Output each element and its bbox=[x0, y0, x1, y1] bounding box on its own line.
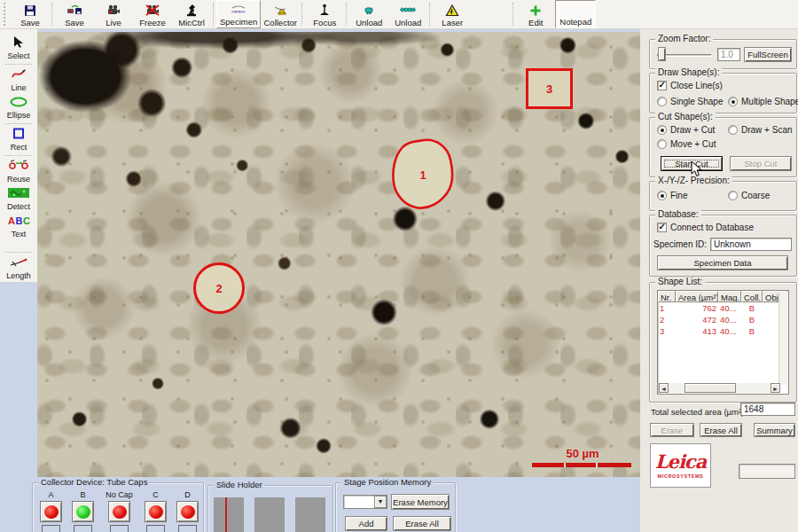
draw-scan-radio[interactable] bbox=[728, 125, 738, 135]
shape-list-row-3[interactable]: 3 413 40... B 0 bbox=[658, 325, 788, 337]
cap-d-button[interactable] bbox=[176, 501, 199, 522]
precision-fine-radio[interactable] bbox=[657, 191, 667, 200]
total-area-label: Total selected area (µm²): bbox=[651, 407, 747, 417]
move-cut-radio[interactable] bbox=[657, 139, 667, 149]
floppy-icon bbox=[23, 3, 37, 18]
tool-reuse[interactable]: Reuse bbox=[0, 158, 37, 185]
mouse-cursor bbox=[691, 160, 703, 178]
total-area-field[interactable]: 1648 bbox=[740, 403, 795, 416]
chevron-down-icon[interactable]: ▼ bbox=[374, 496, 387, 508]
tube-cap-c: C bbox=[142, 490, 169, 532]
shape-list-horizontal-scrollbar[interactable]: ◄ ► bbox=[659, 383, 780, 393]
erase-memory-button[interactable]: Erase Memory bbox=[391, 494, 450, 510]
zoom-slider-thumb[interactable] bbox=[658, 47, 666, 61]
toolbar-button-laser[interactable]: Laser bbox=[433, 0, 472, 28]
erase-all-memory-button[interactable]: Erase All bbox=[393, 516, 451, 531]
erase-all-button[interactable]: Erase All bbox=[700, 423, 742, 437]
cap-a-button[interactable] bbox=[40, 501, 62, 522]
slide-slot-3[interactable] bbox=[295, 497, 325, 532]
microscope-image-viewer[interactable]: 1 2 3 50 µm bbox=[37, 32, 640, 477]
shape-list-group: Shape List: Nr. Area (µm²) Mag. Coll. Ob… bbox=[649, 282, 797, 403]
toolbar-button-save-image[interactable]: Save bbox=[55, 0, 94, 28]
zoom-factor-group: Zoom Factor: 1.0 FullScreen bbox=[649, 39, 797, 69]
shape-number-label: 2 bbox=[196, 265, 242, 311]
toolbar-button-unload-1[interactable]: Unload bbox=[349, 0, 388, 28]
toolbar-button-notepad[interactable]: Notepad bbox=[555, 0, 596, 28]
summary-button[interactable]: Summary bbox=[754, 423, 795, 437]
toolbar-button-specimen[interactable]: Specimen bbox=[216, 0, 261, 28]
slide-slot-2[interactable] bbox=[254, 497, 285, 532]
shape-number-label: 1 bbox=[388, 137, 458, 213]
shape-list-vertical-scrollbar[interactable] bbox=[778, 292, 787, 385]
add-memory-button[interactable]: Add bbox=[345, 516, 387, 531]
lmd-application-window: Save Save Live Freeze MicCtrl bbox=[0, 0, 798, 532]
status-field bbox=[739, 464, 795, 479]
microscope-icon bbox=[184, 3, 199, 18]
focus-pin-icon bbox=[317, 3, 332, 18]
cap-b-button[interactable] bbox=[72, 501, 94, 522]
scrollbar-thumb[interactable] bbox=[685, 383, 736, 393]
leica-logo: Leica MICROSYSTEMS bbox=[650, 443, 711, 488]
sidebar-separator bbox=[5, 252, 32, 253]
total-area-row: Total selected area (µm²): 1648 bbox=[649, 403, 795, 417]
memory-position-dropdown[interactable]: ▼ bbox=[343, 495, 387, 509]
cap-lamp-icon bbox=[113, 505, 127, 519]
cap-c-slot[interactable] bbox=[146, 525, 165, 532]
shape-actions-row: Erase Erase All Summary bbox=[649, 423, 795, 438]
fullscreen-button[interactable]: FullScreen bbox=[744, 47, 792, 62]
cap-d-slot[interactable] bbox=[178, 525, 197, 532]
toolbar-button-edit[interactable]: Edit bbox=[516, 0, 555, 28]
no-cap-button[interactable] bbox=[108, 501, 130, 522]
toolbar-button-focus[interactable]: Focus bbox=[305, 0, 344, 28]
cut-shape-3-rect[interactable]: 3 bbox=[526, 68, 573, 109]
multiple-shapes-radio[interactable] bbox=[728, 97, 738, 106]
toolbar-button-unload-2[interactable]: Unload bbox=[388, 0, 427, 28]
tool-rect[interactable]: Rect bbox=[0, 126, 37, 153]
rect-icon bbox=[12, 127, 25, 143]
toolbar-separator bbox=[512, 3, 514, 26]
toolbar-button-collector[interactable]: Collector bbox=[261, 0, 300, 28]
toolbar-button-save-file[interactable]: Save bbox=[11, 0, 50, 28]
toolbar-button-micctrl[interactable]: MicCtrl bbox=[172, 0, 211, 28]
toolbar-button-live[interactable]: Live bbox=[94, 0, 133, 28]
stage-position-memory-group: Stage Position Memory ▼ Erase Memory Add… bbox=[335, 482, 456, 532]
draw-cut-radio[interactable] bbox=[657, 125, 667, 135]
reuse-shapes-icon bbox=[8, 159, 29, 175]
specimen-id-field[interactable]: Unknown bbox=[710, 238, 792, 251]
cut-shapes-group: Cut Shape(s): Draw + Cut Draw + Scan Mov… bbox=[649, 117, 797, 177]
shape-list-row-1[interactable]: 1 762 40... B 0 bbox=[658, 302, 788, 314]
cap-a-slot[interactable] bbox=[42, 525, 60, 532]
toolbar-button-freeze[interactable]: Freeze bbox=[133, 0, 172, 28]
slide-holder-group: Slide Holder bbox=[207, 485, 333, 532]
cut-shape-2-circle[interactable]: 2 bbox=[193, 262, 245, 314]
zoom-value-field[interactable]: 1.0 bbox=[717, 48, 740, 61]
shape-list-row-2[interactable]: 2 472 40... B 0 bbox=[658, 314, 788, 325]
tool-line[interactable]: Line bbox=[0, 66, 37, 94]
cap-lamp-icon bbox=[149, 505, 163, 519]
specimen-data-button[interactable]: Specimen Data bbox=[657, 255, 788, 270]
drawing-tool-sidebar: Select Line Ellipse Rect bbox=[0, 29, 37, 282]
toolbar-separator bbox=[301, 3, 303, 26]
tool-detect[interactable]: Detect bbox=[0, 185, 37, 213]
single-shape-radio[interactable] bbox=[657, 97, 667, 106]
tool-ellipse[interactable]: Ellipse bbox=[0, 94, 37, 121]
tool-text[interactable]: ABC Text bbox=[0, 213, 37, 240]
stop-cut-button[interactable]: Stop Cut bbox=[730, 156, 792, 171]
tool-select[interactable]: Select bbox=[0, 35, 37, 62]
toolbar-grip[interactable] bbox=[4, 3, 9, 26]
no-cap-slot[interactable] bbox=[110, 525, 129, 532]
precision-coarse-radio[interactable] bbox=[728, 191, 738, 200]
shape-list-table[interactable]: Nr. Area (µm²) Mag. Coll. Objects 1 762 … bbox=[657, 290, 789, 395]
cut-shape-1-freehand[interactable]: 1 bbox=[388, 137, 458, 213]
scroll-left-arrow-icon[interactable]: ◄ bbox=[659, 383, 669, 393]
erase-button[interactable]: Erase bbox=[650, 423, 694, 437]
tube-cap-a: A bbox=[37, 490, 65, 532]
scroll-right-arrow-icon[interactable]: ► bbox=[771, 383, 780, 393]
tool-length[interactable]: Length bbox=[0, 254, 37, 282]
cap-c-button[interactable] bbox=[145, 501, 167, 522]
slide-slot-1[interactable] bbox=[214, 497, 244, 532]
connect-database-checkbox[interactable] bbox=[657, 223, 667, 232]
cap-lamp-icon bbox=[44, 505, 59, 519]
cap-b-slot[interactable] bbox=[74, 525, 92, 532]
close-lines-checkbox[interactable] bbox=[657, 81, 667, 90]
